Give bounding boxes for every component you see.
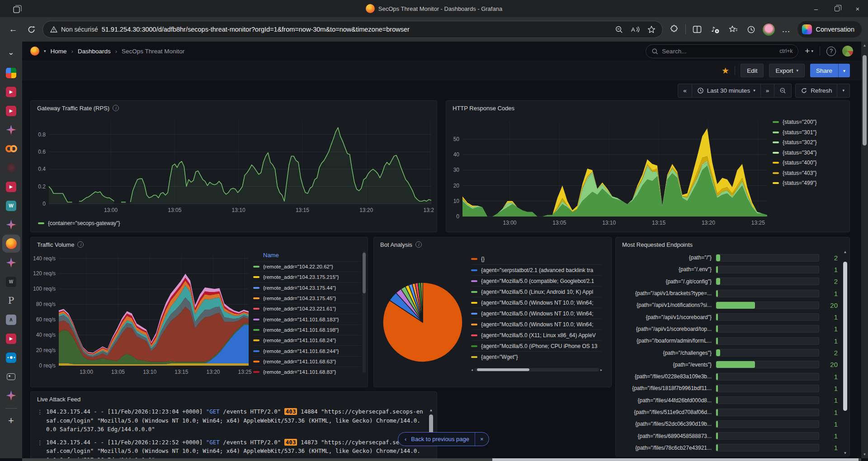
legend-item[interactable]: {remote_addr="104.23.175.215"} — [253, 272, 361, 282]
panel-scrollbar[interactable]: ▲ ▼ — [843, 255, 847, 450]
export-button[interactable]: Export▾ — [769, 64, 805, 77]
panel-header[interactable]: HTTP Response Codes — [446, 101, 849, 115]
favorite-dim-site[interactable] — [0, 158, 22, 177]
org-switcher-caret[interactable]: ▾ — [44, 49, 46, 53]
time-range-picker[interactable]: Last 30 minutes ▾ — [692, 84, 761, 98]
browser-profile-avatar[interactable] — [763, 24, 775, 36]
favorite-meet[interactable] — [0, 63, 22, 82]
copilot-conversation-button[interactable]: Conversation — [797, 21, 862, 38]
address-bar[interactable]: Non sécurisé 51.91.254.30:3000/d/adfb8hr… — [42, 21, 663, 38]
scroll-down-icon[interactable]: ▼ — [861, 452, 868, 456]
legend-item[interactable]: {status="200"} — [773, 117, 845, 127]
scrollbar-thumb[interactable] — [492, 458, 859, 461]
favorite-orange-rings[interactable] — [0, 139, 22, 158]
back-to-previous-page-button[interactable]: ‹ Back to previous page — [398, 436, 475, 442]
settings-more-icon[interactable]: … — [779, 23, 793, 36]
favorite-chevron-up-square[interactable]: ∧ — [0, 310, 22, 329]
legend-item[interactable]: {} — [471, 254, 602, 264]
legend-item[interactable]: {agent="Mozilla/5.0 (Windows NT 10.0; Wi… — [471, 319, 602, 329]
browser-horizontal-scrollbar[interactable] — [22, 458, 861, 461]
refresh-dashboard-button[interactable]: Refresh — [795, 84, 837, 98]
legend-horizontal-scrollbar[interactable]: ◂ ▸ — [471, 367, 602, 372]
traffic-volume-chart[interactable]: 0 req/s20 req/s40 req/s60 req/s80 req/s1… — [33, 251, 251, 386]
grafana-logo[interactable] — [30, 47, 39, 56]
legend-item[interactable]: {agent="Mozilla/5.0 (Linux; Android 10; … — [471, 286, 602, 297]
legend-item[interactable]: {agent="serpstatbot/2.1 (advanced backli… — [471, 264, 602, 275]
legend-item[interactable]: {remote_addr="104.22.20.62"} — [253, 261, 361, 272]
favorite-w-dark[interactable]: W — [0, 272, 22, 291]
http-codes-chart[interactable]: 0102030405013:0013:0513:1013:1513:2013:2… — [450, 115, 771, 231]
scroll-up-icon[interactable]: ▲ — [861, 43, 868, 47]
log-menu-icon[interactable]: ⋮ — [37, 408, 43, 417]
grafana-user-avatar[interactable] — [842, 46, 853, 56]
favorite-youtube-1[interactable]: ▶ — [0, 82, 22, 101]
legend-item[interactable]: {remote_addr="141.101.68.83"} — [253, 367, 361, 377]
time-shift-back-button[interactable]: « — [678, 84, 692, 98]
legend-item[interactable]: {remote_addr="141.101.68.183"} — [253, 314, 361, 324]
legend-item[interactable]: {agent="Mozilla/5.0 (Windows NT 10.0; Wi… — [471, 297, 602, 308]
zoom-out-icon[interactable] — [613, 23, 625, 36]
edit-button[interactable]: Edit — [741, 64, 764, 77]
help-icon[interactable]: ? — [826, 47, 836, 56]
legend-item[interactable]: {remote_addr="141.101.68.63"} — [253, 356, 361, 367]
history-icon[interactable] — [745, 23, 758, 36]
url-text[interactable]: 51.91.254.30:3000/d/adfb8hr/secops-threa… — [102, 26, 609, 33]
tooltip-close-icon[interactable]: × — [475, 433, 489, 446]
favorite-gemini-2[interactable] — [0, 215, 22, 234]
panel-scrollbar[interactable]: ▲ — [429, 409, 433, 454]
panel-info-icon[interactable]: i — [77, 241, 84, 248]
close-button[interactable]: × — [847, 0, 868, 17]
favorite-gemini-1[interactable] — [0, 120, 22, 139]
favorite-youtube-3[interactable]: ▶ — [0, 177, 22, 196]
time-zoom-out-button[interactable] — [774, 84, 792, 98]
read-aloud-icon[interactable]: A — [629, 23, 642, 36]
legend-item[interactable]: {remote_addr="141.101.68.244"} — [253, 345, 361, 356]
browser-vertical-scrollbar[interactable]: ▲ ▼ — [861, 42, 868, 458]
panel-header[interactable]: Most Requested Endpoints — [616, 237, 849, 252]
log-row[interactable]: ⋮104.23.175.44 - - [11/Feb/2026:12:22:52… — [37, 438, 425, 459]
legend-item[interactable]: {agent="Mozilla/5.0 (compatible; Googleb… — [471, 275, 602, 286]
favorite-star-icon[interactable] — [645, 23, 658, 36]
breadcrumb-dashboards[interactable]: Dashboards — [78, 48, 111, 55]
panel-header[interactable]: Traffic Volume i — [31, 237, 368, 252]
minimize-button[interactable]: – — [806, 0, 826, 17]
share-button[interactable]: Share — [810, 64, 838, 77]
legend-item[interactable]: {status="301"} — [773, 127, 845, 138]
legend-item[interactable]: {agent="Mozilla/5.0 (X11; Linux x86_64) … — [471, 329, 602, 340]
gateway-traffic-chart[interactable]: 00.20.40.60.813:0013:0513:1013:1513:2013… — [34, 115, 434, 216]
refresh-page-button[interactable] — [24, 23, 38, 36]
favorite-w-teal[interactable]: W — [0, 196, 22, 215]
favorite-p-outline[interactable]: P — [0, 291, 22, 310]
legend-item[interactable]: {remote_addr="141.101.68.198"} — [253, 325, 361, 335]
legend-item[interactable]: {status="403"} — [773, 168, 845, 179]
add-new-button[interactable]: +▾ — [805, 46, 813, 56]
bot-analysis-pie-chart[interactable] — [377, 254, 470, 385]
panel-header[interactable]: Live Attack Feed — [31, 392, 437, 406]
panel-header[interactable]: Bot Analysis i — [374, 237, 611, 252]
restore-button[interactable] — [826, 0, 847, 17]
panel-info-icon[interactable]: i — [113, 105, 119, 111]
legend-item[interactable]: {remote_addr="104.23.221.61"} — [253, 303, 361, 314]
media-controls-icon[interactable]: ♪ — [708, 23, 722, 36]
back-button[interactable]: ← — [6, 23, 20, 36]
legend-item[interactable]: {status="400"} — [773, 158, 845, 168]
favorite-gemini-3[interactable] — [0, 253, 22, 272]
legend-item[interactable]: {agent="Wget"} — [471, 351, 602, 362]
gateway-legend[interactable]: {container="secops-gateway"} — [38, 218, 120, 228]
favorite-youtube-4[interactable]: ▶ — [0, 329, 22, 348]
add-favorite-button[interactable]: + — [0, 411, 22, 430]
legend-item[interactable]: {agent="Mozilla/5.0 (iPhone; CPU iPhone … — [471, 340, 602, 351]
split-screen-icon[interactable] — [690, 23, 704, 36]
favorites-list-icon[interactable] — [726, 23, 740, 36]
legend-column-header[interactable]: Name — [263, 252, 361, 259]
sidebar-chevron-down[interactable]: › — [0, 44, 22, 63]
favorite-gemini-4[interactable] — [0, 386, 22, 405]
favorite-youtube-2[interactable]: ▶ — [0, 101, 22, 120]
legend-scrollbar[interactable] — [363, 251, 366, 373]
legend-item[interactable]: {remote_addr="141.101.68.24"} — [253, 335, 361, 345]
legend-item[interactable]: {status="304"} — [773, 148, 845, 158]
panel-header[interactable]: Gateway Traffic Rate (RPS) i — [31, 101, 437, 115]
legend-item[interactable]: {status="302"} — [773, 137, 845, 148]
legend-item[interactable]: {status="499"} — [773, 178, 845, 188]
favorited-star-icon[interactable]: ★ — [722, 66, 729, 76]
